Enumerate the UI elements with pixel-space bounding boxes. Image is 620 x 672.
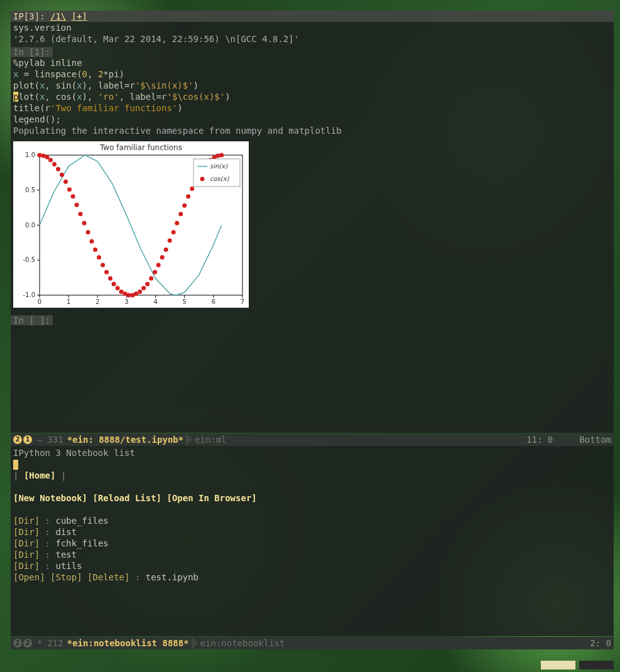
svg-point-65 (175, 221, 179, 225)
svg-point-60 (156, 263, 161, 268)
svg-point-54 (134, 291, 138, 296)
notebooklist-title: IPython 3 Notebook list (13, 447, 611, 458)
svg-point-76 (215, 154, 220, 158)
modeline2-badge-window: 2 (13, 639, 22, 648)
svg-point-55 (138, 290, 142, 294)
modeline-buffer-name[interactable]: *ein: 8888/test.ipynb* (67, 435, 183, 445)
svg-text:cos(x): cos(x) (210, 175, 230, 182)
svg-text:1.0: 1.0 (25, 151, 35, 158)
file-name: test.ipynb (146, 572, 199, 582)
svg-point-48 (112, 282, 116, 286)
list-item: [Dir] : utils (13, 560, 611, 572)
dir-name: dist (55, 527, 77, 537)
svg-point-29 (41, 154, 45, 158)
dir-link[interactable]: [Dir] (13, 538, 40, 548)
cell0-code[interactable]: sys.version (11, 22, 614, 33)
svg-point-62 (164, 247, 168, 252)
svg-point-81 (200, 177, 205, 182)
dir-link[interactable]: [Dir] (13, 550, 40, 560)
taskbar (0, 661, 620, 672)
svg-text:sin(x): sin(x) (210, 163, 228, 170)
cell2-empty[interactable] (11, 325, 614, 337)
cell1-l5[interactable]: title(r'Two familiar functions') (11, 102, 614, 114)
open-in-browser-button[interactable]: [Open In Browser] (166, 493, 256, 503)
svg-text:0.0: 0.0 (25, 222, 35, 229)
svg-point-51 (123, 291, 128, 296)
notebook-cells: sys.version '2.7.6 (default, Mar 22 2014… (11, 22, 614, 337)
cell0-output: '2.7.6 (default, Mar 22 2014, 22:59:56) … (11, 33, 614, 45)
reload-list-button[interactable]: [Reload List] (92, 493, 161, 503)
svg-point-31 (48, 158, 53, 162)
taskbar-item[interactable] (541, 661, 575, 669)
svg-point-52 (127, 293, 131, 298)
cell1-l6[interactable]: legend(); (11, 114, 614, 125)
stop-link[interactable]: [Stop] (50, 572, 82, 582)
svg-text:3: 3 (124, 298, 128, 305)
modeline-badge-window: 2 (13, 435, 22, 444)
tab-active[interactable]: /1\ (50, 11, 66, 21)
svg-point-39 (79, 212, 83, 216)
delete-link[interactable]: [Delete] (87, 572, 129, 582)
cell1-l1[interactable]: %pylab inline (11, 57, 614, 68)
svg-point-59 (153, 270, 157, 274)
new-notebook-button[interactable]: [New Notebook] (13, 493, 87, 503)
cell1-prompt: In [1]: (11, 47, 53, 57)
svg-point-33 (56, 167, 60, 171)
cursor-marker (13, 460, 18, 470)
svg-text:4: 4 (153, 298, 157, 305)
svg-point-68 (186, 194, 190, 198)
svg-point-35 (63, 180, 68, 184)
svg-text:2: 2 (95, 298, 99, 305)
modeline2-badge-buffer: 2 (23, 639, 32, 648)
list-item: [Dir] : test (13, 549, 611, 560)
dir-link[interactable]: [Dir] (13, 527, 40, 537)
svg-point-56 (141, 286, 146, 290)
svg-point-61 (160, 255, 165, 259)
taskbar-item[interactable] (579, 661, 614, 669)
svg-text:0.5: 0.5 (25, 187, 35, 193)
modeline-line: 331 (47, 435, 63, 445)
list-item: [Dir] : cube_files (13, 515, 611, 526)
modeline2-buffer-name[interactable]: *ein:notebooklist 8888* (67, 638, 189, 648)
modeline-sep-icon (186, 433, 192, 446)
svg-point-69 (190, 187, 194, 191)
list-item: [Dir] : fchk_files (13, 538, 611, 549)
cell2-prompt: In [ ]: (11, 315, 53, 325)
editor-pane-top: IP[3]: /1\ [+] sys.version '2.7.6 (defau… (11, 11, 614, 433)
svg-point-46 (104, 270, 109, 274)
modeline2-mode: ein:notebooklist (200, 638, 285, 648)
list-item: [Open] [Stop] [Delete] : test.ipynb (13, 572, 611, 583)
dir-link[interactable]: [Dir] (13, 561, 40, 571)
svg-text:7: 7 (241, 298, 244, 305)
svg-point-47 (108, 276, 112, 281)
cell1-l2[interactable]: x = linspace(0, 2*pi) (11, 68, 614, 80)
svg-point-67 (182, 203, 187, 208)
modeline2-dash: * (37, 638, 42, 648)
dir-link[interactable]: [Dir] (13, 516, 40, 526)
list-item: [Dir] : dist (13, 526, 611, 538)
modeline-top: 2 1 — 331 *ein: 8888/test.ipynb* ein:ml … (11, 433, 614, 446)
svg-point-30 (45, 155, 49, 160)
modeline2-cursor-pos: 2: 0 (590, 638, 611, 648)
svg-point-38 (75, 203, 79, 207)
dir-name: fchk_files (55, 538, 108, 548)
cell1-output: Populating the interactive namespace fro… (11, 125, 614, 136)
cell1-l4[interactable]: plot(x, cos(x), 'ro', label=r'$\cos(x)$'… (11, 91, 614, 102)
modeline-cursor-pos: 11: 0 (526, 435, 553, 445)
modeline-badge-buffer: 1 (23, 435, 32, 444)
home-link[interactable]: [Home] (24, 470, 56, 480)
svg-point-37 (71, 194, 75, 198)
svg-text:-1.0: -1.0 (23, 291, 35, 298)
open-link[interactable]: [Open] (13, 572, 45, 582)
svg-point-66 (178, 212, 183, 216)
tab-add[interactable]: [+] (72, 11, 87, 21)
chart-output: Two familiar functions01234567-1.0-0.50.… (13, 141, 249, 308)
svg-point-42 (90, 239, 94, 244)
svg-text:1: 1 (67, 298, 70, 305)
cell1-l3[interactable]: plot(x, sin(x), label=r'$\sin(x)$') (11, 80, 614, 91)
svg-text:5: 5 (183, 298, 187, 305)
svg-point-28 (38, 153, 42, 158)
breadcrumb-sep: | (13, 470, 18, 480)
editor-pane-bottom: IPython 3 Notebook list | [Home] | [New … (11, 446, 614, 636)
dir-name: cube_files (55, 516, 108, 526)
